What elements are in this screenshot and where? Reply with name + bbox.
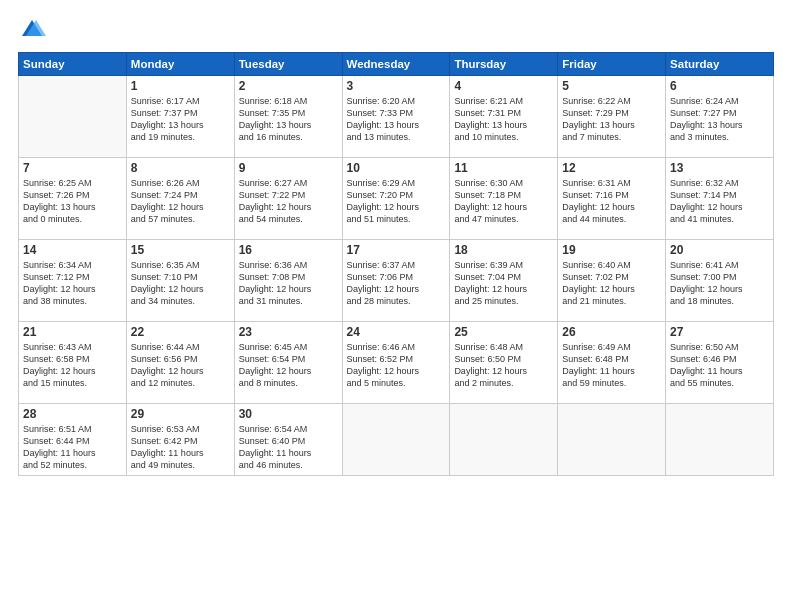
day-number: 27	[670, 325, 769, 339]
day-number: 28	[23, 407, 122, 421]
header-row: SundayMondayTuesdayWednesdayThursdayFrid…	[19, 53, 774, 76]
day-number: 22	[131, 325, 230, 339]
header	[18, 16, 774, 44]
day-cell: 12Sunrise: 6:31 AMSunset: 7:16 PMDayligh…	[558, 158, 666, 240]
day-number: 3	[347, 79, 446, 93]
day-number: 2	[239, 79, 338, 93]
cell-info: Sunrise: 6:20 AMSunset: 7:33 PMDaylight:…	[347, 95, 446, 144]
cell-info: Sunrise: 6:45 AMSunset: 6:54 PMDaylight:…	[239, 341, 338, 390]
day-number: 25	[454, 325, 553, 339]
cell-info: Sunrise: 6:50 AMSunset: 6:46 PMDaylight:…	[670, 341, 769, 390]
day-cell: 6Sunrise: 6:24 AMSunset: 7:27 PMDaylight…	[666, 76, 774, 158]
day-number: 19	[562, 243, 661, 257]
day-header-friday: Friday	[558, 53, 666, 76]
day-cell: 24Sunrise: 6:46 AMSunset: 6:52 PMDayligh…	[342, 322, 450, 404]
day-number: 9	[239, 161, 338, 175]
day-number: 4	[454, 79, 553, 93]
day-header-saturday: Saturday	[666, 53, 774, 76]
day-number: 8	[131, 161, 230, 175]
day-header-tuesday: Tuesday	[234, 53, 342, 76]
cell-info: Sunrise: 6:43 AMSunset: 6:58 PMDaylight:…	[23, 341, 122, 390]
cell-info: Sunrise: 6:46 AMSunset: 6:52 PMDaylight:…	[347, 341, 446, 390]
logo	[18, 16, 50, 44]
day-number: 18	[454, 243, 553, 257]
day-cell	[450, 404, 558, 476]
day-cell: 20Sunrise: 6:41 AMSunset: 7:00 PMDayligh…	[666, 240, 774, 322]
week-row-2: 7Sunrise: 6:25 AMSunset: 7:26 PMDaylight…	[19, 158, 774, 240]
day-cell	[558, 404, 666, 476]
day-cell: 15Sunrise: 6:35 AMSunset: 7:10 PMDayligh…	[126, 240, 234, 322]
day-number: 11	[454, 161, 553, 175]
day-cell: 8Sunrise: 6:26 AMSunset: 7:24 PMDaylight…	[126, 158, 234, 240]
day-cell: 10Sunrise: 6:29 AMSunset: 7:20 PMDayligh…	[342, 158, 450, 240]
page: SundayMondayTuesdayWednesdayThursdayFrid…	[0, 0, 792, 612]
day-cell: 27Sunrise: 6:50 AMSunset: 6:46 PMDayligh…	[666, 322, 774, 404]
cell-info: Sunrise: 6:44 AMSunset: 6:56 PMDaylight:…	[131, 341, 230, 390]
day-number: 30	[239, 407, 338, 421]
day-number: 1	[131, 79, 230, 93]
day-cell: 18Sunrise: 6:39 AMSunset: 7:04 PMDayligh…	[450, 240, 558, 322]
day-number: 12	[562, 161, 661, 175]
day-cell: 5Sunrise: 6:22 AMSunset: 7:29 PMDaylight…	[558, 76, 666, 158]
day-cell	[666, 404, 774, 476]
day-cell: 26Sunrise: 6:49 AMSunset: 6:48 PMDayligh…	[558, 322, 666, 404]
day-cell	[19, 76, 127, 158]
cell-info: Sunrise: 6:29 AMSunset: 7:20 PMDaylight:…	[347, 177, 446, 226]
cell-info: Sunrise: 6:48 AMSunset: 6:50 PMDaylight:…	[454, 341, 553, 390]
day-number: 23	[239, 325, 338, 339]
day-cell: 2Sunrise: 6:18 AMSunset: 7:35 PMDaylight…	[234, 76, 342, 158]
cell-info: Sunrise: 6:25 AMSunset: 7:26 PMDaylight:…	[23, 177, 122, 226]
cell-info: Sunrise: 6:31 AMSunset: 7:16 PMDaylight:…	[562, 177, 661, 226]
day-number: 16	[239, 243, 338, 257]
cell-info: Sunrise: 6:35 AMSunset: 7:10 PMDaylight:…	[131, 259, 230, 308]
day-cell	[342, 404, 450, 476]
day-number: 20	[670, 243, 769, 257]
day-cell: 25Sunrise: 6:48 AMSunset: 6:50 PMDayligh…	[450, 322, 558, 404]
day-cell: 29Sunrise: 6:53 AMSunset: 6:42 PMDayligh…	[126, 404, 234, 476]
cell-info: Sunrise: 6:30 AMSunset: 7:18 PMDaylight:…	[454, 177, 553, 226]
day-number: 29	[131, 407, 230, 421]
calendar: SundayMondayTuesdayWednesdayThursdayFrid…	[18, 52, 774, 476]
cell-info: Sunrise: 6:41 AMSunset: 7:00 PMDaylight:…	[670, 259, 769, 308]
day-number: 26	[562, 325, 661, 339]
cell-info: Sunrise: 6:34 AMSunset: 7:12 PMDaylight:…	[23, 259, 122, 308]
cell-info: Sunrise: 6:32 AMSunset: 7:14 PMDaylight:…	[670, 177, 769, 226]
day-number: 17	[347, 243, 446, 257]
cell-info: Sunrise: 6:40 AMSunset: 7:02 PMDaylight:…	[562, 259, 661, 308]
day-cell: 19Sunrise: 6:40 AMSunset: 7:02 PMDayligh…	[558, 240, 666, 322]
day-header-monday: Monday	[126, 53, 234, 76]
day-cell: 13Sunrise: 6:32 AMSunset: 7:14 PMDayligh…	[666, 158, 774, 240]
cell-info: Sunrise: 6:36 AMSunset: 7:08 PMDaylight:…	[239, 259, 338, 308]
day-cell: 9Sunrise: 6:27 AMSunset: 7:22 PMDaylight…	[234, 158, 342, 240]
day-header-sunday: Sunday	[19, 53, 127, 76]
day-number: 21	[23, 325, 122, 339]
week-row-5: 28Sunrise: 6:51 AMSunset: 6:44 PMDayligh…	[19, 404, 774, 476]
day-number: 6	[670, 79, 769, 93]
cell-info: Sunrise: 6:18 AMSunset: 7:35 PMDaylight:…	[239, 95, 338, 144]
cell-info: Sunrise: 6:53 AMSunset: 6:42 PMDaylight:…	[131, 423, 230, 472]
day-number: 14	[23, 243, 122, 257]
day-cell: 22Sunrise: 6:44 AMSunset: 6:56 PMDayligh…	[126, 322, 234, 404]
cell-info: Sunrise: 6:37 AMSunset: 7:06 PMDaylight:…	[347, 259, 446, 308]
day-cell: 17Sunrise: 6:37 AMSunset: 7:06 PMDayligh…	[342, 240, 450, 322]
day-cell: 4Sunrise: 6:21 AMSunset: 7:31 PMDaylight…	[450, 76, 558, 158]
day-cell: 16Sunrise: 6:36 AMSunset: 7:08 PMDayligh…	[234, 240, 342, 322]
day-number: 5	[562, 79, 661, 93]
day-cell: 28Sunrise: 6:51 AMSunset: 6:44 PMDayligh…	[19, 404, 127, 476]
cell-info: Sunrise: 6:17 AMSunset: 7:37 PMDaylight:…	[131, 95, 230, 144]
day-number: 13	[670, 161, 769, 175]
day-cell: 14Sunrise: 6:34 AMSunset: 7:12 PMDayligh…	[19, 240, 127, 322]
cell-info: Sunrise: 6:54 AMSunset: 6:40 PMDaylight:…	[239, 423, 338, 472]
day-cell: 7Sunrise: 6:25 AMSunset: 7:26 PMDaylight…	[19, 158, 127, 240]
cell-info: Sunrise: 6:27 AMSunset: 7:22 PMDaylight:…	[239, 177, 338, 226]
day-header-wednesday: Wednesday	[342, 53, 450, 76]
day-cell: 11Sunrise: 6:30 AMSunset: 7:18 PMDayligh…	[450, 158, 558, 240]
day-number: 24	[347, 325, 446, 339]
day-cell: 23Sunrise: 6:45 AMSunset: 6:54 PMDayligh…	[234, 322, 342, 404]
day-cell: 21Sunrise: 6:43 AMSunset: 6:58 PMDayligh…	[19, 322, 127, 404]
day-header-thursday: Thursday	[450, 53, 558, 76]
day-number: 7	[23, 161, 122, 175]
week-row-4: 21Sunrise: 6:43 AMSunset: 6:58 PMDayligh…	[19, 322, 774, 404]
week-row-3: 14Sunrise: 6:34 AMSunset: 7:12 PMDayligh…	[19, 240, 774, 322]
week-row-1: 1Sunrise: 6:17 AMSunset: 7:37 PMDaylight…	[19, 76, 774, 158]
